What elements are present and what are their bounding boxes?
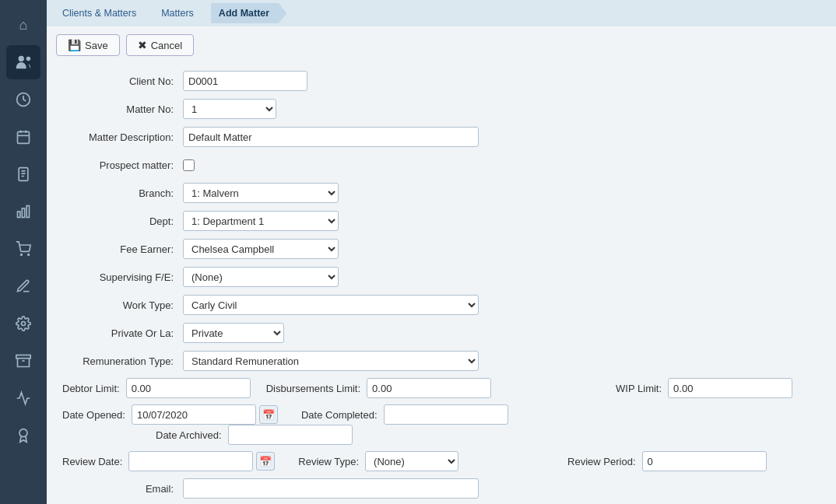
private-or-la-select[interactable]: Private Legal Aid bbox=[183, 323, 284, 343]
matter-desc-input[interactable] bbox=[183, 127, 479, 147]
sidebar-settings[interactable] bbox=[6, 306, 40, 341]
review-date-wrapper: 📅 bbox=[128, 451, 275, 471]
form-area: Client No: Matter No: 1 Matter Descripti… bbox=[47, 64, 836, 504]
matter-desc-row: Matter Description: bbox=[62, 126, 820, 148]
work-type-row: Work Type: Carly Civil Other Type bbox=[62, 294, 820, 316]
date-opened-calendar-icon[interactable]: 📅 bbox=[259, 405, 278, 424]
main-content: Clients & Matters Matters Add Matter 💾 S… bbox=[47, 0, 836, 504]
review-row: Review Date: 📅 Review Type: (None) Annua… bbox=[62, 451, 820, 471]
email-input[interactable] bbox=[183, 478, 479, 499]
limits-row: Debtor Limit: Disbursements Limit: WIP L… bbox=[62, 378, 820, 398]
supervising-fe-select[interactable]: (None) Chelsea Campbell bbox=[183, 267, 339, 287]
dept-row: Dept: 1: Department 1 2: Department 2 bbox=[62, 210, 820, 232]
supervising-fe-row: Supervising F/E: (None) Chelsea Campbell bbox=[62, 266, 820, 288]
work-type-label: Work Type: bbox=[62, 299, 183, 311]
debtor-limit-group: Debtor Limit: bbox=[62, 378, 251, 398]
client-no-input[interactable] bbox=[183, 71, 307, 91]
sidebar-pen[interactable] bbox=[6, 269, 40, 303]
cancel-icon: ✖ bbox=[138, 39, 147, 51]
matter-no-label: Matter No: bbox=[62, 103, 183, 115]
review-date-input[interactable] bbox=[128, 451, 253, 471]
sidebar-people[interactable] bbox=[6, 45, 40, 79]
fee-earner-label: Fee Earner: bbox=[62, 243, 183, 255]
sidebar-clock[interactable] bbox=[6, 82, 40, 117]
dates-row-1: Date Opened: 📅 Date Completed: Date Arch… bbox=[62, 404, 820, 445]
email-label: Email: bbox=[62, 483, 183, 495]
svg-rect-10 bbox=[26, 206, 29, 218]
breadcrumb: Clients & Matters Matters Add Matter bbox=[47, 0, 836, 26]
review-type-select[interactable]: (None) Annual Monthly bbox=[365, 451, 458, 471]
cancel-label: Cancel bbox=[151, 40, 182, 51]
date-opened-group: Date Opened: 📅 bbox=[62, 404, 278, 425]
sidebar-analytics[interactable] bbox=[6, 381, 40, 415]
date-opened-input[interactable] bbox=[132, 404, 256, 425]
cancel-button[interactable]: ✖ Cancel bbox=[126, 34, 194, 56]
dept-select[interactable]: 1: Department 1 2: Department 2 bbox=[183, 211, 339, 231]
sidebar-badge[interactable] bbox=[6, 418, 40, 453]
svg-point-1 bbox=[26, 57, 30, 61]
toolbar: 💾 Save ✖ Cancel bbox=[47, 26, 836, 64]
date-completed-input[interactable] bbox=[384, 404, 508, 425]
date-archived-group: Date Archived: bbox=[156, 425, 353, 445]
client-no-label: Client No: bbox=[62, 75, 183, 87]
review-date-calendar-icon[interactable]: 📅 bbox=[256, 452, 275, 471]
save-button[interactable]: 💾 Save bbox=[56, 34, 120, 56]
remuneration-type-select[interactable]: Standard Remuneration Enhanced Fixed bbox=[183, 351, 479, 371]
sidebar-box[interactable] bbox=[6, 344, 40, 378]
svg-point-16 bbox=[19, 429, 27, 437]
sidebar: ⌂ bbox=[0, 0, 47, 504]
disbursements-limit-label: Disbursements Limit: bbox=[266, 383, 367, 394]
review-type-label: Review Type: bbox=[298, 456, 365, 467]
wip-limit-label: WIP Limit: bbox=[616, 383, 668, 394]
remuneration-type-row: Remuneration Type: Standard Remuneration… bbox=[62, 350, 820, 372]
private-or-la-label: Private Or La: bbox=[62, 327, 183, 339]
svg-point-13 bbox=[22, 322, 26, 326]
fee-earner-row: Fee Earner: Chelsea Campbell (None) bbox=[62, 238, 820, 260]
date-archived-label: Date Archived: bbox=[156, 429, 228, 441]
email-row: Email: bbox=[62, 478, 820, 499]
svg-rect-3 bbox=[18, 131, 30, 143]
save-icon: 💾 bbox=[68, 39, 81, 51]
date-opened-wrapper: 📅 bbox=[132, 404, 278, 425]
review-date-label: Review Date: bbox=[62, 456, 128, 467]
breadcrumb-add-matter[interactable]: Add Matter bbox=[211, 3, 286, 23]
disbursements-limit-input[interactable] bbox=[367, 378, 491, 398]
wip-limit-group: WIP Limit: bbox=[616, 378, 792, 398]
branch-select[interactable]: 1: Malvern 2: Branch2 bbox=[183, 183, 339, 203]
debtor-limit-input[interactable] bbox=[126, 378, 251, 398]
date-opened-label: Date Opened: bbox=[62, 409, 132, 421]
client-no-row: Client No: bbox=[62, 70, 820, 92]
matter-desc-label: Matter Description: bbox=[62, 131, 183, 143]
svg-point-11 bbox=[21, 254, 23, 256]
svg-rect-9 bbox=[22, 208, 24, 218]
private-or-la-row: Private Or La: Private Legal Aid bbox=[62, 322, 820, 344]
sidebar-clipboard[interactable] bbox=[6, 157, 40, 191]
branch-row: Branch: 1: Malvern 2: Branch2 bbox=[62, 182, 820, 204]
review-type-group: Review Type: (None) Annual Monthly bbox=[298, 451, 458, 471]
disbursements-limit-group: Disbursements Limit: bbox=[266, 378, 491, 398]
fee-earner-select[interactable]: Chelsea Campbell (None) bbox=[183, 239, 339, 259]
sidebar-calendar[interactable] bbox=[6, 120, 40, 154]
breadcrumb-matters[interactable]: Matters bbox=[153, 3, 211, 23]
prospect-matter-checkbox[interactable] bbox=[183, 159, 195, 171]
remuneration-type-label: Remuneration Type: bbox=[62, 355, 183, 367]
sidebar-home[interactable]: ⌂ bbox=[6, 8, 40, 42]
sidebar-cart[interactable] bbox=[6, 232, 40, 266]
work-type-select[interactable]: Carly Civil Other Type bbox=[183, 295, 479, 315]
date-completed-group: Date Completed: bbox=[301, 404, 508, 425]
date-archived-input[interactable] bbox=[228, 425, 353, 445]
svg-point-12 bbox=[28, 254, 30, 256]
review-period-group: Review Period: bbox=[567, 451, 766, 471]
svg-rect-14 bbox=[16, 355, 30, 359]
breadcrumb-clients-matters[interactable]: Clients & Matters bbox=[54, 3, 153, 23]
prospect-matter-row: Prospect matter: bbox=[62, 154, 820, 176]
review-period-label: Review Period: bbox=[567, 456, 641, 467]
branch-label: Branch: bbox=[62, 187, 183, 199]
sidebar-chart[interactable] bbox=[6, 194, 40, 229]
date-completed-label: Date Completed: bbox=[301, 409, 384, 421]
matter-no-select[interactable]: 1 bbox=[183, 99, 276, 119]
save-label: Save bbox=[85, 40, 108, 51]
dept-label: Dept: bbox=[62, 215, 183, 227]
wip-limit-input[interactable] bbox=[668, 378, 792, 398]
review-period-input[interactable] bbox=[642, 451, 767, 471]
